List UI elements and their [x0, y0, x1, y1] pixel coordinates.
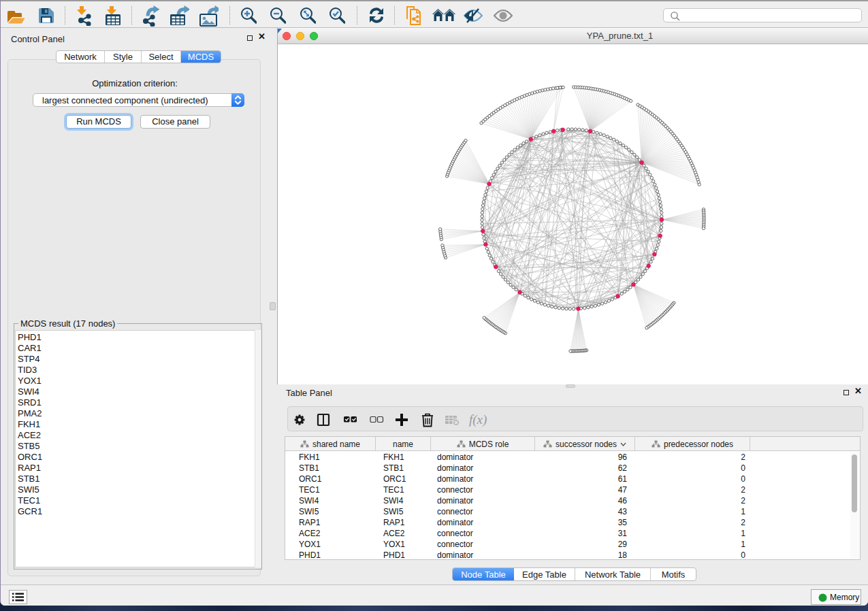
svg-text:f(x): f(x) [469, 412, 487, 427]
